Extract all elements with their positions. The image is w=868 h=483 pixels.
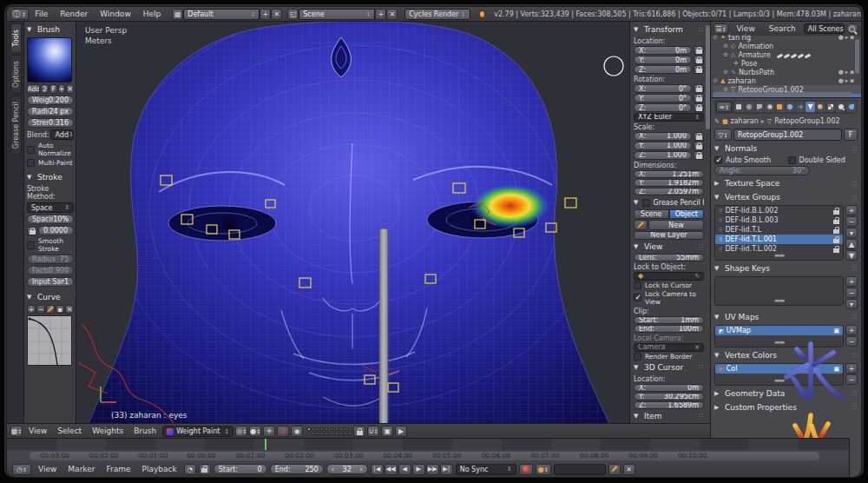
lock-scale-y[interactable] <box>694 142 704 150</box>
stroke-factor-slider[interactable]: Factor:0.900 <box>27 266 74 275</box>
scale-z[interactable]: Z:1.000 <box>634 151 692 160</box>
curve-delete-icon[interactable]: ✕ <box>65 305 74 314</box>
sync-dropdown[interactable]: No Sync↕ <box>456 464 516 475</box>
jump-to-end-button[interactable]: ▶| <box>440 464 453 475</box>
scale-x[interactable]: X:1.000 <box>634 132 692 141</box>
properties-editor-type-icon[interactable]: ≡↕ <box>716 102 732 112</box>
double-sided-row[interactable]: Double Sided <box>788 156 858 164</box>
vertex-group-item[interactable]: ⠿DEF-lid.B.L.003 <box>715 215 843 225</box>
outliner-vscrollbar[interactable] <box>855 39 859 74</box>
vertex-color-item-active[interactable]: ◩Col▣ <box>715 364 843 374</box>
play-button[interactable]: ▶ <box>412 464 425 475</box>
delete-layout-button[interactable]: ✕ <box>271 9 282 20</box>
render-engine-selector[interactable]: Cycles Render↕ <box>404 9 470 20</box>
clip-end-field[interactable]: End:100m <box>634 325 704 333</box>
vp-menu-select[interactable]: Select <box>53 424 86 439</box>
menu-window[interactable]: Window <box>94 7 137 22</box>
item-panel-header[interactable]: ▼Item∷ <box>634 410 704 422</box>
grease-pencil-panel-header[interactable]: ▼Grease Pencil Layers <box>634 196 704 208</box>
gp-draw-icon[interactable] <box>634 220 648 230</box>
transform-panel-header[interactable]: ▼Transform∷ <box>634 23 704 36</box>
rotation-x[interactable]: X:0° <box>634 84 692 93</box>
uv-map-item-active[interactable]: ◩UVMap▣ <box>715 326 843 335</box>
lock-rotation-z[interactable] <box>694 103 704 112</box>
curve-panel-header[interactable]: ▼Curve <box>27 291 74 303</box>
timeline-ruler[interactable]: -00:03:00-00:02:00-00:01:0000:00:0000:01… <box>7 450 849 461</box>
shape-keys-panel-header[interactable]: ▼Shape Keys∷ <box>714 262 858 275</box>
list-resize-grip[interactable]: ▬▬ <box>774 252 784 259</box>
multi-paint-row[interactable]: Multi-Paint <box>27 159 74 167</box>
tab-texture[interactable] <box>826 102 836 112</box>
mesh-name-field[interactable]: RetopoGroup1.002 <box>733 129 842 141</box>
shapekey-remove-button[interactable]: − <box>845 288 858 298</box>
brush-add-button[interactable]: Add <box>27 84 40 94</box>
stroke-panel-header[interactable]: ▼Stroke <box>27 171 74 183</box>
mesh-browse-icon[interactable]: ▽↕ <box>714 129 732 141</box>
gp-object-button[interactable]: Object <box>669 209 705 219</box>
vgroup-specials-button[interactable]: ▾ <box>845 228 858 238</box>
lock-scale-z[interactable] <box>694 151 704 160</box>
screen-layout-icon[interactable]: ▦ <box>172 9 183 20</box>
tab-options[interactable]: Options <box>10 55 22 94</box>
editor-type-selector[interactable]: ⓘ↕ <box>10 9 29 20</box>
smooth-stroke-row[interactable]: Smooth Stroke <box>27 237 74 253</box>
rotation-mode-dropdown[interactable]: XYZ Euler↕ <box>634 113 704 122</box>
brush-fake-user-button[interactable]: F <box>49 84 57 94</box>
gp-scene-button[interactable]: Scene <box>634 209 669 219</box>
outliner-row-animation[interactable]: ⊕◇Animation <box>713 42 861 50</box>
frame-start-field[interactable]: Start:0 <box>214 464 267 474</box>
curve-zoom-out-icon[interactable]: − <box>36 305 45 314</box>
tab-constraints[interactable] <box>786 102 795 112</box>
dimension-z[interactable]: Z:2.0597m <box>634 188 704 195</box>
location-z[interactable]: Z:0m <box>634 65 692 74</box>
tab-particles[interactable] <box>836 102 845 112</box>
tab-scene[interactable] <box>755 102 765 112</box>
vgroup-remove-button[interactable]: − <box>845 216 858 227</box>
tl-menu-playback[interactable]: Playback <box>138 461 181 477</box>
outliner-hscrollbar[interactable] <box>713 92 852 96</box>
screen-layout-value[interactable]: Default↕ <box>183 9 260 20</box>
scene-icon[interactable]: ◱ <box>287 9 299 20</box>
blend-dropdown[interactable]: Add↕ <box>50 129 74 140</box>
lock-camera-row[interactable]: Lock Camera to View <box>634 290 704 306</box>
lock-to-cursor-row[interactable]: Lock to Cursor <box>634 281 704 289</box>
outliner-row-nurbspath[interactable]: ⊕∿NurbsPath●▸▪ <box>713 68 861 76</box>
spacing-slider[interactable]: Spacing:10% <box>27 215 74 224</box>
vertex-group-item[interactable]: ⠿DEF-lid.B.L.002 <box>715 206 843 215</box>
add-layout-button[interactable]: + <box>260 9 271 20</box>
vertex-group-item-active[interactable]: ⠿DEF-lid.T.L.001 <box>715 235 843 244</box>
lock-location-y[interactable] <box>694 56 704 64</box>
lock-location-x[interactable] <box>694 46 704 55</box>
outliner-row-armature[interactable]: ⊕△Armature <box>713 50 861 59</box>
jitter-lock-button[interactable] <box>27 227 37 235</box>
menu-render[interactable]: Render <box>54 7 94 22</box>
render-opengl-anim-button[interactable]: ▶ <box>395 426 407 437</box>
sidebar-scrollbar[interactable] <box>706 25 710 129</box>
location-x[interactable]: X:0m <box>634 46 692 55</box>
custom-properties-panel-header[interactable]: ▶Custom Properties∷ <box>714 401 858 414</box>
breadcrumb-data[interactable]: RetopoGroup1.002 <box>774 117 839 125</box>
strength-slider[interactable]: Strength:0.316 <box>27 118 74 128</box>
render-opengl-button[interactable]: ▣ <box>381 426 393 437</box>
timeline-editor-type-icon[interactable]: ◷↕ <box>12 464 31 475</box>
vgroup-move-up-button[interactable]: ▲ <box>845 239 858 249</box>
insert-keyframe-button[interactable] <box>608 464 621 475</box>
prev-keyframe-button[interactable]: ◀◀ <box>385 464 398 475</box>
menu-file[interactable]: File <box>29 7 54 22</box>
viewport-canvas[interactable]: User Persp Meters (33) zaharan : eyes <box>76 22 630 424</box>
next-keyframe-button[interactable]: ▶▶ <box>426 464 439 475</box>
tab-render-layers[interactable] <box>745 102 754 112</box>
view-panel-header[interactable]: ▼View∷ <box>634 241 704 253</box>
layers-widget[interactable] <box>307 427 352 435</box>
manipulator-toggle[interactable]: ✛ <box>263 426 275 437</box>
curve-handle-icon[interactable]: ▪ <box>56 305 64 314</box>
vcol-add-button[interactable]: + <box>845 363 858 374</box>
fake-user-button[interactable]: F <box>844 129 858 141</box>
rotation-y[interactable]: Y:0° <box>634 94 692 103</box>
vertex-groups-panel-header[interactable]: ▼Vertex Groups∷ <box>714 191 858 203</box>
texture-space-panel-header[interactable]: ▶Texture Space∷ <box>714 177 858 189</box>
list-resize-grip[interactable]: ▬▬ <box>774 377 784 384</box>
weight-slider[interactable]: Weight:0.200 <box>27 96 74 105</box>
uvmap-add-button[interactable]: + <box>845 325 858 335</box>
brush-new-icon[interactable]: + <box>58 84 66 94</box>
